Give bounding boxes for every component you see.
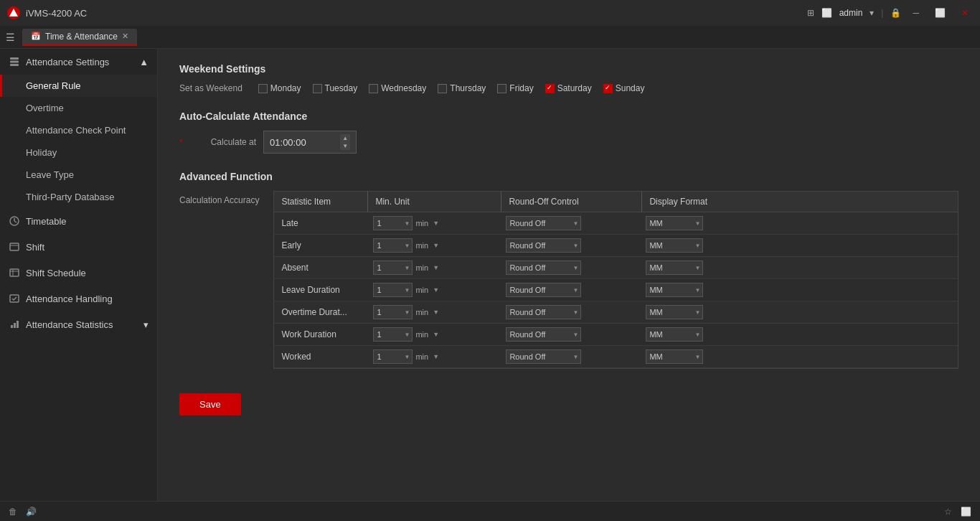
sidebar-section-timetable[interactable]: Timetable [0,208,157,234]
window-icon[interactable]: ⬜ [961,507,971,517]
checkbox-wednesday[interactable] [369,84,378,93]
unit-label: min [415,352,428,361]
day-friday: Friday [497,83,533,93]
min-unit-select[interactable]: 1 [373,283,413,297]
calculate-at-label: Calculate at [192,137,256,147]
save-button[interactable]: Save [179,393,241,416]
display-format-select-wrap: MMHH:MMHH [646,238,703,253]
round-off-select[interactable]: Round OffRound DownRound Up [506,305,581,319]
round-off-select[interactable]: Round OffRound DownRound Up [506,260,581,275]
min-unit-dropdown-arrow: ▼ [433,242,439,249]
minimize-button[interactable]: ─ [908,6,923,19]
checkbox-friday[interactable] [497,84,507,93]
shift-schedule-label: Shift Schedule [26,268,86,278]
section-collapse-icon: ▲ [139,57,149,67]
calculate-at-input[interactable] [270,137,327,148]
restore-button[interactable]: ⬜ [930,6,950,19]
status-bar: 🗑 🔊 ☆ ⬜ [0,501,980,521]
round-off-select[interactable]: Round OffRound DownRound Up [506,327,581,342]
title-bar-right: ⊞ ⬜ admin ▾ | 🔒 ─ ⬜ ✕ [807,6,973,19]
tab-close-button[interactable]: ✕ [122,32,128,41]
close-button[interactable]: ✕ [957,6,973,19]
sidebar-section-attendance-handling[interactable]: Attendance Handling [0,286,157,311]
round-off-select[interactable]: Round OffRound DownRound Up [506,283,581,297]
min-unit-select[interactable]: 1 [373,260,413,275]
min-unit-select[interactable]: 1 [373,327,413,342]
min-unit-select[interactable]: 1 [373,305,413,319]
weekend-settings-title: Weekend Settings [179,63,958,75]
display-format-select-wrap: MMHH:MMHH [646,305,703,319]
sidebar-item-leave-type[interactable]: Leave Type [0,164,157,186]
min-unit-select[interactable]: 1 [373,349,413,364]
table-row: Early1min▼Round OffRound DownRound UpMMH… [274,235,958,257]
table-header: Statistic Item Min. Unit Round-Off Contr… [274,192,958,212]
table-rows-container: Late1min▼Round OffRound DownRound UpMMHH… [274,212,958,368]
sidebar-item-overtime[interactable]: Overtime [0,97,157,119]
display-format-select[interactable]: MMHH:MMHH [646,305,703,319]
attendance-handling-label: Attendance Handling [26,294,113,304]
attendance-statistics-label: Attendance Statistics [26,319,113,330]
round-off-select-wrap: Round OffRound DownRound Up [506,216,581,230]
th-min-unit: Min. Unit [368,192,501,212]
delete-icon[interactable]: 🗑 [9,507,17,517]
day-monday: Monday [258,83,301,93]
sidebar-section-attendance-settings[interactable]: Attendance Settings ▲ [0,49,157,75]
display-format-select[interactable]: MMHH:MMHH [646,349,703,364]
display-format-select[interactable]: MMHH:MMHH [646,238,703,253]
unit-label: min [415,263,428,272]
title-bar: iVMS-4200 AC ⊞ ⬜ admin ▾ | 🔒 ─ ⬜ ✕ [0,0,980,26]
td-min-unit: 1min▼ [367,257,500,278]
display-format-select[interactable]: MMHH:MMHH [646,216,703,230]
display-format-select[interactable]: MMHH:MMHH [646,283,703,297]
attendance-handling-icon [9,293,20,304]
min-unit-select[interactable]: 1 [373,216,413,230]
min-unit-select[interactable]: 1 [373,238,413,253]
td-round-off: Round OffRound DownRound Up [500,279,640,301]
pin-icon[interactable]: ☆ [944,507,952,517]
overtime-label: Overtime [26,103,64,113]
required-star: * [179,137,183,148]
round-off-select[interactable]: Round OffRound DownRound Up [506,216,581,230]
td-display-format: MMHH:MMHH [640,235,958,256]
checkbox-saturday[interactable] [545,84,555,93]
td-statistic-item: Leave Duration [274,281,367,299]
checkbox-thursday[interactable] [438,84,447,93]
checkbox-monday[interactable] [258,84,268,93]
weekend-row: Set as Weekend Monday Tuesday Wednesday … [179,83,958,93]
sidebar-item-general-rule[interactable]: General Rule [0,75,157,97]
unit-label: min [415,330,428,339]
td-round-off: Round OffRound DownRound Up [500,301,640,323]
hamburger-menu[interactable]: ☰ [6,32,15,43]
sidebar-section-attendance-statistics[interactable]: Attendance Statistics ▾ [0,311,157,337]
time-attendance-tab[interactable]: 📅 Time & Attendance ✕ [22,29,137,46]
calculate-at-row: * Calculate at ▲ ▼ [179,131,958,154]
statistics-expand-icon: ▾ [143,319,149,330]
round-off-select[interactable]: Round OffRound DownRound Up [506,349,581,364]
checkbox-tuesday[interactable] [313,84,322,93]
display-format-select[interactable]: MMHH:MMHH [646,327,703,342]
time-up-button[interactable]: ▲ [340,134,350,142]
checkbox-sunday[interactable] [603,84,613,93]
day-sunday: Sunday [603,83,645,93]
timetable-icon [9,215,20,227]
sidebar-item-third-party-database[interactable]: Third-Party Database [0,186,157,208]
volume-icon[interactable]: 🔊 [26,507,37,517]
min-unit-select-wrap: 1 [373,283,413,297]
round-off-select[interactable]: Round OffRound DownRound Up [506,238,581,253]
monitor-icon[interactable]: ⬜ [821,8,832,18]
sidebar-section-shift-schedule[interactable]: Shift Schedule [0,260,157,286]
advanced-function-section: Advanced Function Calculation Accuracy S… [179,171,958,369]
sidebar-section-shift[interactable]: Shift [0,234,157,260]
user-chevron-icon[interactable]: ▾ [870,8,874,18]
list-icon[interactable]: ⊞ [807,8,814,18]
time-down-button[interactable]: ▼ [340,142,350,150]
day-tuesday: Tuesday [313,83,358,93]
svg-marker-0 [9,9,18,17]
td-min-unit: 1min▼ [367,235,500,256]
th-round-off-control: Round-Off Control [501,192,641,212]
lock-icon[interactable]: 🔒 [890,8,901,18]
td-display-format: MMHH:MMHH [640,279,958,301]
sidebar-item-attendance-check-point[interactable]: Attendance Check Point [0,119,157,141]
display-format-select[interactable]: MMHH:MMHH [646,260,703,275]
sidebar-item-holiday[interactable]: Holiday [0,141,157,164]
